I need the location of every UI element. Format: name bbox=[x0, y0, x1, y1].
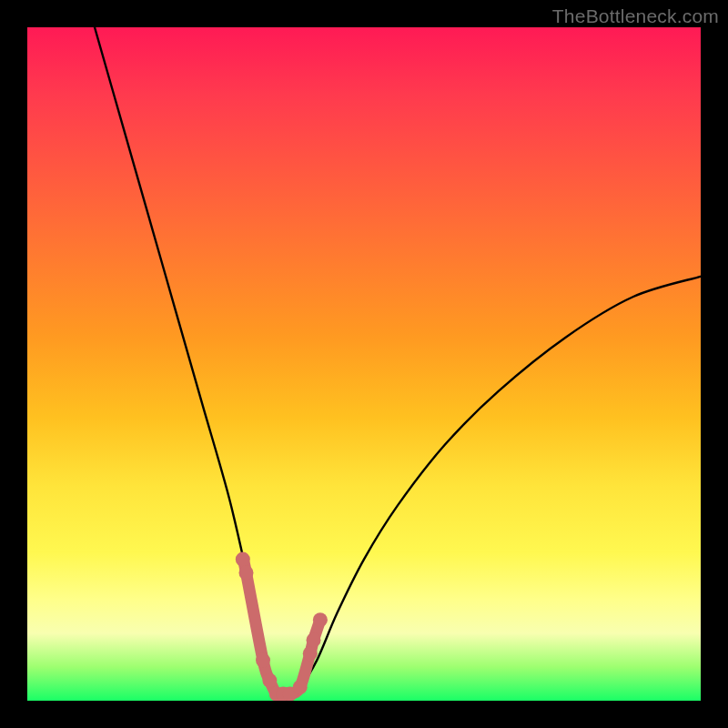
highlight-dot bbox=[293, 680, 308, 694]
highlight-dot bbox=[236, 552, 250, 567]
chart-svg bbox=[27, 27, 701, 701]
highlight-segment bbox=[243, 560, 320, 695]
chart-plot-area bbox=[27, 27, 701, 701]
highlight-dot bbox=[239, 565, 254, 580]
highlight-dot bbox=[262, 673, 277, 688]
bottleneck-curve bbox=[95, 27, 701, 701]
highlight-dot bbox=[313, 612, 328, 627]
chart-frame: TheBottleneck.com bbox=[0, 0, 728, 728]
highlight-dot bbox=[307, 632, 321, 647]
highlight-dot bbox=[303, 646, 318, 661]
highlight-dot bbox=[256, 653, 270, 668]
watermark-text: TheBottleneck.com bbox=[552, 5, 719, 27]
